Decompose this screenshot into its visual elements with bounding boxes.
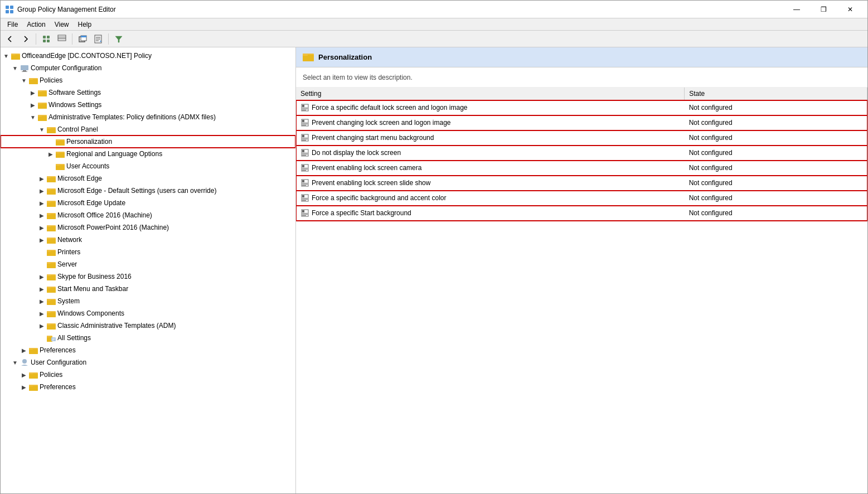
tree-ms-office[interactable]: ▶ Microsoft Office 2016 (Machine) [1,209,295,221]
setting-name-cell: Force a specific background and accent c… [296,191,685,206]
tree-start-menu[interactable]: ▶ Start Menu and Taskbar [1,283,295,295]
refresh-button[interactable] [39,32,54,46]
windows-settings-icon [37,100,47,110]
svg-rect-66 [47,238,51,239]
windows-settings-expander[interactable]: ▶ [28,100,37,109]
new-window-button[interactable] [75,32,90,46]
table-row[interactable]: Prevent changing lock screen and logon i… [296,115,867,130]
svg-rect-39 [47,127,51,129]
svg-rect-57 [47,201,51,202]
policy-icon [300,178,309,187]
table-row[interactable]: Prevent enabling lock screen camera Not … [296,161,867,176]
classic-admin-expander[interactable]: ▶ [37,321,46,330]
setting-row-content: Prevent enabling lock screen slide show [300,178,680,187]
tree-admin-templates[interactable]: ▼ Administrative Templates: Policy defin… [1,111,295,123]
table-row[interactable]: Prevent changing start menu background N… [296,130,867,146]
tree-user-policies[interactable]: ▶ Policies [1,369,295,381]
control-panel-expander[interactable]: ▼ [37,125,46,134]
tree-regional[interactable]: ▶ Regional and Language Options [1,148,295,160]
tree-software-settings[interactable]: ▶ Software Settings [1,86,295,99]
user-preferences-expander[interactable]: ▶ [20,382,28,391]
settings-table-container[interactable]: Setting State [296,88,867,493]
menu-view[interactable]: View [50,20,74,30]
policies-expander[interactable]: ▼ [20,76,28,85]
personalization-label: Personalization [66,138,112,146]
windows-components-expander[interactable]: ▶ [37,309,46,318]
server-label: Server [57,260,77,268]
close-button[interactable]: ✕ [837,2,863,17]
computer-config-expander[interactable]: ▼ [11,64,20,72]
ms-powerpoint-label: Microsoft PowerPoint 2016 (Machine) [57,224,169,231]
svg-rect-78 [47,287,51,288]
menu-file[interactable]: File [3,20,22,30]
system-expander[interactable]: ▶ [37,297,46,306]
table-row[interactable]: Prevent enabling lock screen slide show … [296,176,867,191]
tree-comp-preferences[interactable]: ▶ Preferences [1,344,295,356]
filter-button[interactable] [111,32,126,46]
tree-panel[interactable]: ▼ OfficeandEdge [DC.CONTOSO.NET] Policy … [1,47,296,493]
tree-printers[interactable]: ▶ Printers [1,246,295,258]
tree-all-settings[interactable]: ▶ All Settings [1,332,295,344]
tree-windows-components[interactable]: ▶ Windows Components [1,307,295,319]
tree-personalization[interactable]: ▶ Personalization [1,135,295,148]
svg-rect-60 [47,213,51,215]
tree-control-panel[interactable]: ▼ Control Panel [1,123,295,135]
tree-policies[interactable]: ▼ Policies [1,74,295,86]
table-row[interactable]: Force a specific Start background Not co… [296,206,867,221]
tree-ms-powerpoint[interactable]: ▶ Microsoft PowerPoint 2016 (Machine) [1,221,295,234]
svg-rect-113 [302,120,304,122]
tree-user-config[interactable]: ▼ User Configuration [1,356,295,369]
tree-user-preferences[interactable]: ▶ Preferences [1,381,295,393]
col-setting[interactable]: Setting [296,88,685,100]
table-row[interactable]: Force a specific default lock screen and… [296,100,867,115]
ms-powerpoint-expander[interactable]: ▶ [37,223,46,232]
tree-classic-admin[interactable]: ▶ Classic Administrative Templates (ADM) [1,319,295,332]
svg-rect-126 [302,155,306,156]
svg-rect-133 [302,180,304,182]
tree-ms-edge-update[interactable]: ▶ Microsoft Edge Update [1,197,295,209]
svg-rect-111 [302,110,306,110]
tree-windows-settings[interactable]: ▶ Windows Settings [1,99,295,111]
user-policies-expander[interactable]: ▶ [20,370,28,379]
regional-expander[interactable]: ▶ [46,149,55,158]
tree-user-accounts[interactable]: ▶ User Accounts [1,160,295,172]
maximize-button[interactable]: ❒ [811,2,836,17]
menu-help[interactable]: Help [74,20,96,30]
table-row[interactable]: Do not display the lock screen Not confi… [296,146,867,161]
windows-settings-label: Windows Settings [49,101,101,109]
classic-admin-icon [46,321,56,331]
minimize-button[interactable]: — [784,2,809,17]
ms-edge-expander[interactable]: ▶ [37,174,46,183]
tree-skype[interactable]: ▶ Skype for Business 2016 [1,270,295,283]
svg-rect-141 [302,200,306,201]
forward-button[interactable] [18,32,33,46]
properties-button[interactable] [91,32,105,46]
server-icon [46,259,56,269]
ms-office-expander[interactable]: ▶ [37,211,46,220]
software-settings-expander[interactable]: ▶ [28,88,37,97]
tree-root[interactable]: ▼ OfficeandEdge [DC.CONTOSO.NET] Policy [1,50,295,62]
user-config-expander[interactable]: ▼ [11,358,20,367]
table-row[interactable]: Force a specific background and accent c… [296,191,867,206]
back-button[interactable] [3,32,17,46]
comp-preferences-expander[interactable]: ▶ [20,346,28,355]
root-expander[interactable]: ▼ [2,51,11,60]
network-icon [46,235,56,245]
tree-ms-edge[interactable]: ▶ Microsoft Edge [1,172,295,185]
tree-ms-edge-default[interactable]: ▶ Microsoft Edge - Default Settings (use… [1,185,295,197]
col-state[interactable]: State [685,88,867,100]
tree-server[interactable]: ▶ Server [1,258,295,270]
personalization-folder-icon [55,137,65,147]
tree-computer-config[interactable]: ▼ Computer Configuration [1,62,295,74]
tree-system[interactable]: ▶ System [1,295,295,307]
tree-network[interactable]: ▶ Network [1,234,295,246]
skype-expander[interactable]: ▶ [37,272,46,281]
network-expander[interactable]: ▶ [37,235,46,244]
menu-action[interactable]: Action [22,20,50,30]
show-standard-button[interactable] [55,32,69,46]
ms-edge-update-expander[interactable]: ▶ [37,198,46,207]
start-menu-expander[interactable]: ▶ [37,284,46,293]
admin-templates-expander[interactable]: ▼ [28,113,37,122]
policy-icon [300,103,309,112]
ms-edge-default-expander[interactable]: ▶ [37,186,46,195]
